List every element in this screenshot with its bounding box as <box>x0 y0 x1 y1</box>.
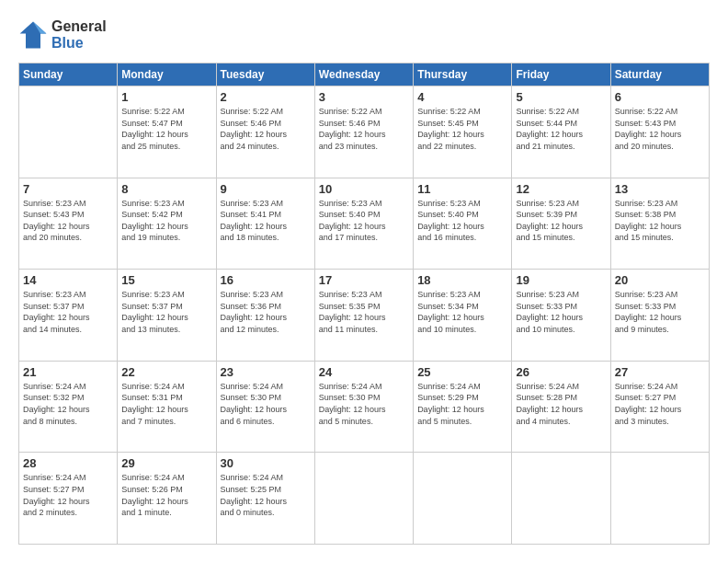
calendar-cell: 24Sunrise: 5:24 AM Sunset: 5:30 PM Dayli… <box>314 361 413 453</box>
day-info: Sunrise: 5:24 AM Sunset: 5:31 PM Dayligh… <box>121 381 211 427</box>
week-row-2: 7Sunrise: 5:23 AM Sunset: 5:43 PM Daylig… <box>19 178 710 270</box>
calendar-cell: 11Sunrise: 5:23 AM Sunset: 5:40 PM Dayli… <box>414 178 512 270</box>
day-number: 20 <box>615 273 705 287</box>
calendar-cell: 9Sunrise: 5:23 AM Sunset: 5:41 PM Daylig… <box>216 178 314 270</box>
page: General Blue SundayMondayTuesdayWednesda… <box>0 0 728 563</box>
day-info: Sunrise: 5:23 AM Sunset: 5:37 PM Dayligh… <box>23 289 113 335</box>
calendar-cell: 23Sunrise: 5:24 AM Sunset: 5:30 PM Dayli… <box>216 361 314 453</box>
day-number: 28 <box>23 456 113 470</box>
day-number: 18 <box>417 273 507 287</box>
day-info: Sunrise: 5:23 AM Sunset: 5:37 PM Dayligh… <box>121 289 211 335</box>
day-info: Sunrise: 5:23 AM Sunset: 5:40 PM Dayligh… <box>417 198 507 244</box>
day-number: 6 <box>615 90 705 104</box>
calendar-cell: 8Sunrise: 5:23 AM Sunset: 5:42 PM Daylig… <box>118 178 216 270</box>
svg-marker-0 <box>20 22 47 49</box>
day-number: 15 <box>121 273 211 287</box>
day-number: 14 <box>23 273 113 287</box>
calendar-header-monday: Monday <box>118 63 216 86</box>
day-info: Sunrise: 5:24 AM Sunset: 5:28 PM Dayligh… <box>516 381 606 427</box>
day-info: Sunrise: 5:24 AM Sunset: 5:27 PM Dayligh… <box>615 381 705 427</box>
day-info: Sunrise: 5:23 AM Sunset: 5:41 PM Dayligh… <box>221 198 311 244</box>
calendar-cell <box>414 453 512 545</box>
day-info: Sunrise: 5:22 AM Sunset: 5:47 PM Dayligh… <box>121 106 211 152</box>
day-info: Sunrise: 5:22 AM Sunset: 5:44 PM Dayligh… <box>516 106 606 152</box>
day-info: Sunrise: 5:24 AM Sunset: 5:32 PM Dayligh… <box>23 381 113 427</box>
day-number: 16 <box>221 273 311 287</box>
day-number: 25 <box>417 365 507 379</box>
calendar-cell <box>314 453 413 545</box>
day-number: 8 <box>121 182 211 196</box>
day-number: 10 <box>319 182 409 196</box>
day-number: 29 <box>121 456 211 470</box>
calendar-cell: 17Sunrise: 5:23 AM Sunset: 5:35 PM Dayli… <box>314 270 413 362</box>
day-number: 4 <box>417 90 507 104</box>
calendar-cell: 4Sunrise: 5:22 AM Sunset: 5:45 PM Daylig… <box>414 86 512 178</box>
week-row-3: 14Sunrise: 5:23 AM Sunset: 5:37 PM Dayli… <box>19 270 710 362</box>
calendar-cell <box>19 86 118 178</box>
day-info: Sunrise: 5:23 AM Sunset: 5:43 PM Dayligh… <box>23 198 113 244</box>
day-info: Sunrise: 5:23 AM Sunset: 5:33 PM Dayligh… <box>516 289 606 335</box>
header: General Blue <box>18 18 710 52</box>
calendar-cell: 15Sunrise: 5:23 AM Sunset: 5:37 PM Dayli… <box>118 270 216 362</box>
day-info: Sunrise: 5:24 AM Sunset: 5:26 PM Dayligh… <box>121 472 211 518</box>
calendar-header-tuesday: Tuesday <box>216 63 314 86</box>
day-number: 9 <box>221 182 311 196</box>
day-info: Sunrise: 5:23 AM Sunset: 5:39 PM Dayligh… <box>516 198 606 244</box>
calendar-cell: 6Sunrise: 5:22 AM Sunset: 5:43 PM Daylig… <box>610 86 709 178</box>
day-number: 11 <box>417 182 507 196</box>
day-number: 19 <box>516 273 606 287</box>
day-info: Sunrise: 5:23 AM Sunset: 5:42 PM Dayligh… <box>121 198 211 244</box>
calendar-cell: 18Sunrise: 5:23 AM Sunset: 5:34 PM Dayli… <box>414 270 512 362</box>
day-number: 30 <box>221 456 311 470</box>
calendar-cell: 2Sunrise: 5:22 AM Sunset: 5:46 PM Daylig… <box>216 86 314 178</box>
calendar-cell: 28Sunrise: 5:24 AM Sunset: 5:27 PM Dayli… <box>19 453 118 545</box>
day-info: Sunrise: 5:24 AM Sunset: 5:30 PM Dayligh… <box>319 381 409 427</box>
day-number: 23 <box>221 365 311 379</box>
day-number: 21 <box>23 365 113 379</box>
day-info: Sunrise: 5:22 AM Sunset: 5:45 PM Dayligh… <box>417 106 507 152</box>
day-number: 1 <box>121 90 211 104</box>
day-info: Sunrise: 5:23 AM Sunset: 5:33 PM Dayligh… <box>615 289 705 335</box>
day-info: Sunrise: 5:22 AM Sunset: 5:46 PM Dayligh… <box>319 106 409 152</box>
day-info: Sunrise: 5:23 AM Sunset: 5:38 PM Dayligh… <box>615 198 705 244</box>
calendar-cell: 29Sunrise: 5:24 AM Sunset: 5:26 PM Dayli… <box>118 453 216 545</box>
calendar-cell: 12Sunrise: 5:23 AM Sunset: 5:39 PM Dayli… <box>512 178 610 270</box>
logo-text: General Blue <box>51 18 107 52</box>
calendar-cell: 21Sunrise: 5:24 AM Sunset: 5:32 PM Dayli… <box>19 361 118 453</box>
day-info: Sunrise: 5:22 AM Sunset: 5:46 PM Dayligh… <box>221 106 311 152</box>
day-info: Sunrise: 5:23 AM Sunset: 5:40 PM Dayligh… <box>319 198 409 244</box>
logo: General Blue <box>18 18 107 52</box>
calendar-cell: 20Sunrise: 5:23 AM Sunset: 5:33 PM Dayli… <box>610 270 709 362</box>
day-info: Sunrise: 5:23 AM Sunset: 5:36 PM Dayligh… <box>221 289 311 335</box>
week-row-5: 28Sunrise: 5:24 AM Sunset: 5:27 PM Dayli… <box>19 453 710 545</box>
day-number: 27 <box>615 365 705 379</box>
day-info: Sunrise: 5:22 AM Sunset: 5:43 PM Dayligh… <box>615 106 705 152</box>
calendar-header-row: SundayMondayTuesdayWednesdayThursdayFrid… <box>19 63 710 86</box>
logo-icon <box>18 20 48 50</box>
calendar-cell: 5Sunrise: 5:22 AM Sunset: 5:44 PM Daylig… <box>512 86 610 178</box>
day-number: 5 <box>516 90 606 104</box>
calendar-cell: 7Sunrise: 5:23 AM Sunset: 5:43 PM Daylig… <box>19 178 118 270</box>
calendar-table: SundayMondayTuesdayWednesdayThursdayFrid… <box>18 63 710 545</box>
day-number: 7 <box>23 182 113 196</box>
calendar-header-saturday: Saturday <box>610 63 709 86</box>
calendar-header-wednesday: Wednesday <box>314 63 413 86</box>
calendar-cell: 3Sunrise: 5:22 AM Sunset: 5:46 PM Daylig… <box>314 86 413 178</box>
calendar-cell: 27Sunrise: 5:24 AM Sunset: 5:27 PM Dayli… <box>610 361 709 453</box>
calendar-cell: 25Sunrise: 5:24 AM Sunset: 5:29 PM Dayli… <box>414 361 512 453</box>
day-info: Sunrise: 5:24 AM Sunset: 5:25 PM Dayligh… <box>221 472 311 518</box>
calendar-cell: 22Sunrise: 5:24 AM Sunset: 5:31 PM Dayli… <box>118 361 216 453</box>
calendar-cell: 16Sunrise: 5:23 AM Sunset: 5:36 PM Dayli… <box>216 270 314 362</box>
week-row-4: 21Sunrise: 5:24 AM Sunset: 5:32 PM Dayli… <box>19 361 710 453</box>
day-number: 2 <box>221 90 311 104</box>
calendar-header-friday: Friday <box>512 63 610 86</box>
calendar-cell: 10Sunrise: 5:23 AM Sunset: 5:40 PM Dayli… <box>314 178 413 270</box>
calendar-cell: 26Sunrise: 5:24 AM Sunset: 5:28 PM Dayli… <box>512 361 610 453</box>
day-number: 12 <box>516 182 606 196</box>
calendar-cell <box>512 453 610 545</box>
day-number: 17 <box>319 273 409 287</box>
day-number: 22 <box>121 365 211 379</box>
day-number: 26 <box>516 365 606 379</box>
day-info: Sunrise: 5:24 AM Sunset: 5:30 PM Dayligh… <box>221 381 311 427</box>
calendar-cell <box>610 453 709 545</box>
